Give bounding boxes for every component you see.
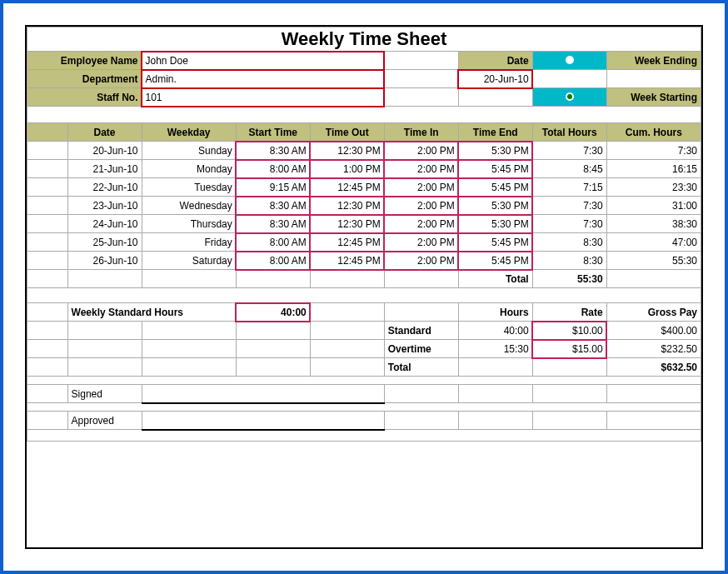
- col-out: Time Out: [310, 123, 384, 142]
- label-gross: Gross Pay: [606, 303, 701, 322]
- cell-in[interactable]: 2:00 PM: [384, 178, 458, 197]
- cell-out[interactable]: 12:30 PM: [310, 215, 384, 233]
- table-row: 23-Jun-10Wednesday8:30 AM12:30 PM2:00 PM…: [27, 197, 701, 215]
- cell-out[interactable]: 12:45 PM: [310, 233, 384, 252]
- col-start: Start Time: [236, 123, 310, 142]
- col-cum: Cum. Hours: [606, 123, 701, 142]
- cell-out[interactable]: 12:45 PM: [310, 178, 384, 197]
- cell-cum: 16:15: [606, 160, 701, 178]
- cell-weekday: Wednesday: [142, 197, 236, 215]
- field-staff-no[interactable]: 101: [142, 88, 384, 107]
- cell-end[interactable]: 5:45 PM: [458, 233, 532, 252]
- cell-start[interactable]: 8:30 AM: [236, 142, 310, 160]
- cell-out[interactable]: 1:00 PM: [310, 160, 384, 178]
- cell-in[interactable]: 2:00 PM: [384, 252, 458, 270]
- cell-in[interactable]: 2:00 PM: [384, 197, 458, 215]
- cell-start[interactable]: 8:00 AM: [236, 233, 310, 252]
- cell-cum: 31:00: [606, 197, 701, 215]
- label-standard: Standard: [384, 322, 458, 340]
- field-employee-name[interactable]: John Doe: [142, 52, 384, 70]
- cell-end[interactable]: 5:30 PM: [458, 215, 532, 233]
- table-row: 20-Jun-10Sunday8:30 AM12:30 PM2:00 PM5:3…: [27, 142, 701, 160]
- radio-week-ending[interactable]: [532, 52, 606, 70]
- cell-in[interactable]: 2:00 PM: [384, 160, 458, 178]
- cell-cum: 55:30: [606, 252, 701, 270]
- cell-weekday: Saturday: [142, 252, 236, 270]
- cell-weekday: Thursday: [142, 215, 236, 233]
- gross-total: $632.50: [606, 358, 701, 377]
- field-signed[interactable]: [142, 385, 384, 403]
- overtime-pay: $232.50: [606, 340, 701, 358]
- cell-date: 23-Jun-10: [67, 197, 142, 215]
- field-department[interactable]: Admin.: [142, 70, 384, 88]
- field-weekly-std[interactable]: 40:00: [236, 303, 310, 322]
- cell-total: 8:30: [532, 252, 606, 270]
- standard-rate[interactable]: $10.00: [532, 322, 606, 340]
- cell-out[interactable]: 12:30 PM: [310, 142, 384, 160]
- cell-date: 25-Jun-10: [67, 233, 142, 252]
- cell-weekday: Monday: [142, 160, 236, 178]
- cell-date: 21-Jun-10: [67, 160, 142, 178]
- overtime-hours: 15:30: [458, 340, 532, 358]
- label-overtime: Overtime: [384, 340, 458, 358]
- cell-out[interactable]: 12:30 PM: [310, 197, 384, 215]
- cell-end[interactable]: 5:30 PM: [458, 197, 532, 215]
- table-row: 26-Jun-10Saturday8:00 AM12:45 PM2:00 PM5…: [27, 252, 701, 270]
- label-signed: Signed: [67, 385, 142, 403]
- label-hours: Hours: [458, 303, 532, 322]
- col-total: Total Hours: [532, 123, 606, 142]
- grand-total-hours: 55:30: [532, 270, 606, 288]
- cell-end[interactable]: 5:30 PM: [458, 142, 532, 160]
- cell-cum: 38:30: [606, 215, 701, 233]
- cell-start[interactable]: 8:30 AM: [236, 215, 310, 233]
- standard-hours: 40:00: [458, 322, 532, 340]
- cell-date: 26-Jun-10: [67, 252, 142, 270]
- label-staff-no: Staff No.: [27, 88, 142, 107]
- cell-in[interactable]: 2:00 PM: [384, 142, 458, 160]
- cell-start[interactable]: 8:00 AM: [236, 160, 310, 178]
- label-department: Department: [27, 70, 142, 88]
- cell-start[interactable]: 8:30 AM: [236, 197, 310, 215]
- cell-date: 24-Jun-10: [67, 215, 142, 233]
- table-row: 25-Jun-10Friday8:00 AM12:45 PM2:00 PM5:4…: [27, 233, 701, 252]
- cell-weekday: Sunday: [142, 142, 236, 160]
- col-date: Date: [67, 123, 142, 142]
- cell-total: 7:30: [532, 215, 606, 233]
- table-row: 22-Jun-10Tuesday9:15 AM12:45 PM2:00 PM5:…: [27, 178, 701, 197]
- cell-cum: 47:00: [606, 233, 701, 252]
- label-grand-total: Total: [458, 270, 532, 288]
- col-weekday: Weekday: [142, 123, 236, 142]
- cell-total: 7:15: [532, 178, 606, 197]
- cell-cum: 23:30: [606, 178, 701, 197]
- cell-weekday: Tuesday: [142, 178, 236, 197]
- label-date: Date: [458, 52, 532, 70]
- label-weekly-std: Weekly Standard Hours: [67, 303, 236, 322]
- cell-total: 8:45: [532, 160, 606, 178]
- cell-in[interactable]: 2:00 PM: [384, 215, 458, 233]
- cell-out[interactable]: 12:45 PM: [310, 252, 384, 270]
- cell-start[interactable]: 8:00 AM: [236, 252, 310, 270]
- table-row: 24-Jun-10Thursday8:30 AM12:30 PM2:00 PM5…: [27, 215, 701, 233]
- cell-total: 8:30: [532, 233, 606, 252]
- cell-total: 7:30: [532, 197, 606, 215]
- label-pay-total: Total: [384, 358, 458, 377]
- col-in: Time In: [384, 123, 458, 142]
- radio-week-starting[interactable]: [532, 88, 606, 107]
- label-week-starting: Week Starting: [606, 88, 701, 107]
- outer-frame: Weekly Time Sheet Employee Name John Doe…: [0, 0, 728, 574]
- timesheet-grid: Weekly Time Sheet Employee Name John Doe…: [27, 27, 701, 442]
- label-rate: Rate: [532, 303, 606, 322]
- cell-start[interactable]: 9:15 AM: [236, 178, 310, 197]
- cell-in[interactable]: 2:00 PM: [384, 233, 458, 252]
- field-date[interactable]: 20-Jun-10: [458, 70, 532, 88]
- cell-end[interactable]: 5:45 PM: [458, 252, 532, 270]
- cell-end[interactable]: 5:45 PM: [458, 178, 532, 197]
- overtime-rate[interactable]: $15.00: [532, 340, 606, 358]
- cell-date: 22-Jun-10: [67, 178, 142, 197]
- sheet-frame: Weekly Time Sheet Employee Name John Doe…: [25, 25, 703, 549]
- cell-date: 20-Jun-10: [67, 142, 142, 160]
- col-end: Time End: [458, 123, 532, 142]
- cell-end[interactable]: 5:45 PM: [458, 160, 532, 178]
- field-approved[interactable]: [142, 412, 384, 430]
- label-week-ending: Week Ending: [606, 52, 701, 70]
